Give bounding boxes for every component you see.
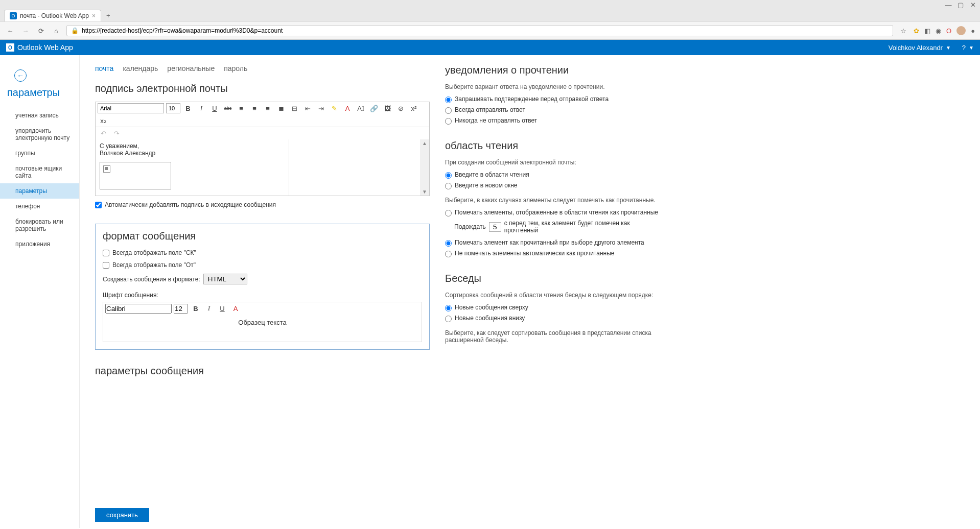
always-cc-checkbox[interactable] bbox=[103, 250, 109, 256]
save-button[interactable]: сохранить bbox=[95, 508, 149, 522]
signature-textarea[interactable]: С уважением, Волчков Александр bbox=[96, 139, 289, 196]
compose-window-radio[interactable] bbox=[445, 183, 452, 189]
signature-font-select[interactable] bbox=[98, 103, 164, 113]
mark-displayed-row[interactable]: Помечать элементы, отображенные в област… bbox=[445, 209, 665, 217]
star-icon[interactable]: ☆ bbox=[898, 27, 908, 35]
sidebar-item-settings[interactable]: параметры bbox=[0, 183, 79, 199]
bullet-list-button[interactable]: ≣ bbox=[275, 103, 287, 113]
font-color-button[interactable]: A bbox=[342, 103, 353, 113]
no-auto-mark-row[interactable]: Не помечать элементы автоматически как п… bbox=[445, 250, 665, 257]
receipt-always-row[interactable]: Всегда отправлять ответ bbox=[445, 106, 665, 114]
auto-signature-checkbox[interactable] bbox=[95, 202, 102, 208]
no-auto-mark-radio[interactable] bbox=[445, 251, 452, 257]
align-left-button[interactable]: ≡ bbox=[236, 103, 247, 113]
newest-bottom-label: Новые сообщения внизу bbox=[455, 315, 525, 322]
address-bar[interactable]: 🔒 bbox=[66, 25, 893, 36]
clear-format-button[interactable]: A⃠ bbox=[355, 103, 366, 113]
message-font-select[interactable] bbox=[105, 304, 172, 314]
scroll-up-icon[interactable]: ▲ bbox=[422, 140, 427, 146]
forward-button[interactable]: → bbox=[20, 27, 31, 35]
compose-format-select[interactable]: HTML bbox=[203, 274, 247, 284]
tab-regional[interactable]: региональные bbox=[167, 64, 215, 73]
mark-on-select-row[interactable]: Помечать элемент как прочитанный при выб… bbox=[445, 239, 665, 247]
window-minimize-icon[interactable]: — bbox=[944, 1, 952, 9]
tab-password[interactable]: пароль bbox=[224, 64, 247, 73]
underline-button[interactable]: U bbox=[217, 303, 228, 314]
extension-icon[interactable]: ● bbox=[971, 27, 975, 35]
reload-button[interactable]: ⟳ bbox=[36, 27, 46, 35]
number-list-button[interactable]: ⊟ bbox=[289, 103, 300, 113]
sidebar-item-organize-mail[interactable]: упорядочить электронную почту bbox=[0, 123, 79, 146]
auto-signature-row[interactable]: Автоматически добавлять подпись в исходя… bbox=[95, 201, 430, 208]
tab-close-icon[interactable]: × bbox=[92, 12, 96, 19]
window-maximize-icon[interactable]: ▢ bbox=[956, 1, 965, 9]
align-right-button[interactable]: ≡ bbox=[262, 103, 273, 113]
extension-icon[interactable]: ✿ bbox=[914, 27, 919, 35]
profile-avatar-icon[interactable] bbox=[956, 26, 966, 35]
always-cc-row[interactable]: Всегда отображать поле "СК" bbox=[103, 249, 422, 256]
subscript-button[interactable]: x₂ bbox=[98, 115, 109, 126]
back-button[interactable]: ← bbox=[5, 27, 15, 35]
highlight-button[interactable]: ✎ bbox=[329, 103, 340, 113]
editor-scrollbar[interactable]: ▲ ▼ bbox=[420, 139, 429, 196]
align-center-button[interactable]: ≡ bbox=[249, 103, 260, 113]
indent-button[interactable]: ⇥ bbox=[315, 103, 326, 113]
extension-icon[interactable]: O bbox=[946, 27, 951, 35]
receipt-always-radio[interactable] bbox=[445, 107, 452, 114]
strikethrough-button[interactable]: abc bbox=[222, 103, 234, 113]
read-receipts-desc: Выберите вариант ответа на уведомление о… bbox=[445, 83, 665, 90]
sidebar-item-block-allow[interactable]: блокировать или разрешить bbox=[0, 214, 79, 236]
extension-icon[interactable]: ◉ bbox=[936, 27, 941, 35]
url-input[interactable] bbox=[82, 27, 889, 34]
newest-top-row[interactable]: Новые сообщения сверху bbox=[445, 304, 665, 311]
receipt-ask-radio[interactable] bbox=[445, 97, 452, 103]
sidebar-item-phone[interactable]: телефон bbox=[0, 199, 79, 214]
compose-pane-row[interactable]: Введите в области чтения bbox=[445, 171, 665, 179]
redo-button[interactable]: ↷ bbox=[111, 128, 122, 138]
bold-button[interactable]: B bbox=[190, 303, 201, 314]
font-color-button[interactable]: A bbox=[230, 303, 241, 314]
superscript-button[interactable]: x² bbox=[408, 103, 419, 113]
tab-mail[interactable]: почта bbox=[95, 64, 113, 73]
new-tab-button[interactable]: + bbox=[101, 10, 115, 21]
always-from-row[interactable]: Всегда отображать поле "От" bbox=[103, 261, 422, 269]
italic-button[interactable]: I bbox=[196, 103, 207, 113]
browser-tab[interactable]: O почта - Outlook Web App × bbox=[4, 10, 101, 21]
user-menu[interactable]: Volchkov Alexandr ▼ ? ▼ bbox=[889, 44, 974, 52]
mark-displayed-radio[interactable] bbox=[445, 210, 452, 217]
tab-calendar[interactable]: календарь bbox=[123, 64, 158, 73]
back-circle-button[interactable]: ← bbox=[14, 69, 27, 82]
window-close-icon[interactable]: ✕ bbox=[969, 1, 977, 9]
signature-fontsize-input[interactable] bbox=[166, 103, 180, 113]
newest-top-radio[interactable] bbox=[445, 305, 452, 311]
compose-window-row[interactable]: Введите в новом окне bbox=[445, 182, 665, 189]
always-from-checkbox[interactable] bbox=[103, 262, 109, 269]
insert-image-button[interactable]: 🖼 bbox=[382, 103, 393, 113]
bold-button[interactable]: B bbox=[182, 103, 194, 113]
sidebar-item-groups[interactable]: группы bbox=[0, 146, 79, 161]
newest-bottom-radio[interactable] bbox=[445, 316, 452, 322]
receipt-ask-row[interactable]: Запрашивать подтверждение перед отправко… bbox=[445, 95, 665, 103]
extension-icon[interactable]: ◧ bbox=[924, 27, 930, 35]
scroll-down-icon[interactable]: ▼ bbox=[422, 189, 427, 195]
signature-image-placeholder[interactable] bbox=[100, 162, 171, 189]
wait-seconds-input[interactable] bbox=[489, 222, 501, 232]
underline-button[interactable]: U bbox=[209, 103, 220, 113]
remove-link-button[interactable]: ⊘ bbox=[395, 103, 406, 113]
sidebar-item-site-mailboxes[interactable]: почтовые ящики сайта bbox=[0, 161, 79, 183]
compose-pane-radio[interactable] bbox=[445, 172, 452, 179]
mark-on-select-radio[interactable] bbox=[445, 240, 452, 247]
sidebar-item-apps[interactable]: приложения bbox=[0, 236, 79, 252]
message-fontsize-input[interactable] bbox=[174, 304, 188, 314]
outdent-button[interactable]: ⇤ bbox=[302, 103, 313, 113]
italic-button[interactable]: I bbox=[203, 303, 215, 314]
undo-button[interactable]: ↶ bbox=[98, 128, 109, 138]
help-icon[interactable]: ? bbox=[962, 44, 966, 52]
sidebar-item-account[interactable]: учетная запись bbox=[0, 108, 79, 123]
insert-link-button[interactable]: 🔗 bbox=[368, 103, 380, 113]
wait-before-label: Подождать bbox=[454, 223, 486, 230]
home-button[interactable]: ⌂ bbox=[51, 27, 61, 35]
newest-bottom-row[interactable]: Новые сообщения внизу bbox=[445, 315, 665, 322]
receipt-never-radio[interactable] bbox=[445, 118, 452, 125]
receipt-never-row[interactable]: Никогда не отправлять ответ bbox=[445, 117, 665, 125]
